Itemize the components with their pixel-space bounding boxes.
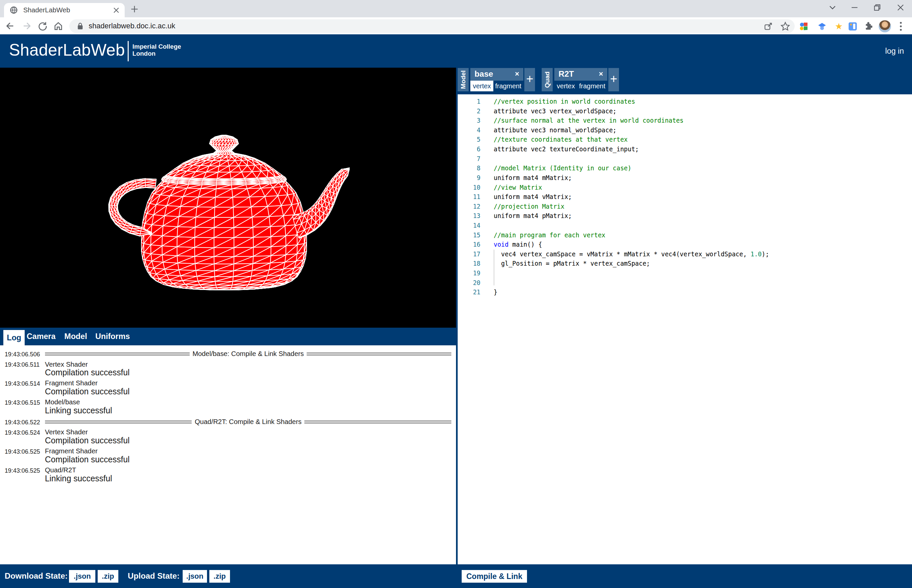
log-timestamp: 19:43:06.524 (5, 428, 45, 445)
browser-tabstrip: ShaderLabWeb (0, 0, 912, 17)
shader-tab-title: base (475, 69, 493, 79)
line-number: 17 (458, 250, 480, 259)
line-number: 14 (458, 221, 480, 231)
subtab-base-fragment[interactable]: fragment (493, 81, 523, 91)
window-chevron-button[interactable] (821, 0, 844, 15)
line-number: 18 (458, 259, 480, 269)
browser-tab[interactable]: ShaderLabWeb (4, 3, 125, 17)
header-divider (128, 41, 128, 61)
log-entry-text: Compilation successful (45, 436, 130, 445)
log-timestamp: 19:43:06.525 (5, 447, 45, 464)
line-number: 7 (458, 154, 480, 164)
code-line: 10//view Matrix (458, 183, 912, 193)
logo-line1: Imperial College (132, 43, 181, 50)
scholar-extension-icon[interactable] (816, 20, 829, 33)
profile-avatar[interactable] (879, 20, 892, 33)
log-entry-text: Linking successful (45, 406, 112, 415)
window-restore-button[interactable] (866, 0, 889, 15)
subtab-r2t-fragment[interactable]: fragment (577, 81, 607, 91)
log-separator-label: Quad/R2T: Compile & Link Shaders (195, 418, 301, 426)
panel-tab-model[interactable]: Model (65, 328, 87, 345)
line-number: 3 (458, 116, 480, 126)
add-shader-button[interactable]: + (609, 68, 619, 92)
line-number: 6 (458, 145, 480, 154)
forward-button[interactable] (21, 20, 33, 32)
add-shader-button[interactable]: + (525, 68, 535, 92)
tab-close-icon[interactable] (112, 6, 120, 15)
bookmark-star-icon[interactable] (779, 20, 792, 33)
panel-tab-camera[interactable]: Camera (27, 328, 56, 345)
download-zip-button[interactable]: .zip (98, 570, 118, 583)
logo-line2: London (132, 50, 181, 57)
webgl-viewport[interactable] (0, 68, 456, 328)
line-number: 13 (458, 211, 480, 221)
shader-tab-base[interactable]: base× (470, 68, 523, 81)
line-number: 1 (458, 97, 480, 107)
code-line: 11uniform mat4 vMatrix; (458, 192, 912, 202)
log-entry-title: Model/base (45, 398, 112, 406)
line-number: 4 (458, 126, 480, 135)
shader-tab-title: R2T (558, 69, 574, 79)
back-button[interactable] (4, 20, 16, 32)
log-timestamp: 19:43:06.506 (5, 350, 45, 358)
url-text: shaderlabweb.doc.ic.ac.uk (89, 22, 175, 30)
code-editor[interactable]: 1//vertex position in world coordinates2… (458, 94, 912, 566)
menu-kebab-icon[interactable] (894, 20, 907, 33)
code-line: 21} (458, 288, 912, 297)
shader-tab-r2t[interactable]: R2T× (554, 68, 607, 81)
download-state-label: Download State: (5, 571, 68, 581)
log-timestamp: 19:43:06.515 (5, 398, 45, 415)
share-icon[interactable] (762, 20, 775, 33)
indent-guide (494, 250, 494, 285)
editor-group-model[interactable]: Model (458, 68, 469, 92)
shader-tab-close-icon[interactable]: × (599, 69, 603, 78)
code-line: 12//projection Matrix (458, 202, 912, 212)
subtab-r2t-vertex[interactable]: vertex (554, 81, 577, 91)
line-number: 2 (458, 107, 480, 116)
lock-icon[interactable] (77, 22, 83, 30)
code-line: 18 gl_Position = pMatrix * vertex_camSpa… (458, 259, 912, 269)
log-content: 19:43:06.506Model/base: Compile & Link S… (0, 345, 456, 566)
home-button[interactable] (52, 20, 65, 32)
reload-button[interactable] (36, 20, 48, 32)
browser-toolbar: shaderlabweb.doc.ic.ac.uk ★ (0, 17, 912, 34)
editor-group-quad[interactable]: Quad (542, 68, 553, 92)
address-bar[interactable]: shaderlabweb.doc.ic.ac.uk (69, 19, 794, 33)
log-entry-title: Fragment Shader (45, 447, 130, 456)
log-separator: 19:43:06.506Model/base: Compile & Link S… (5, 350, 451, 358)
panel-tab-log[interactable]: Log (3, 330, 25, 348)
code-line: 15//main program for each vertex (458, 231, 912, 240)
code-line: 3//surface normal at the vertex in world… (458, 116, 912, 126)
app-header: ShaderLabWeb Imperial College London log… (0, 34, 912, 68)
panel-tab-uniforms[interactable]: Uniforms (95, 328, 130, 345)
panel-tabbar: LogCameraModelUniforms (0, 328, 456, 345)
upload-json-button[interactable]: .json (182, 570, 207, 583)
log-entry-text: Compilation successful (45, 456, 130, 464)
compile-link-button[interactable]: Compile & Link (462, 570, 527, 583)
log-entry-title: Quad/R2T (45, 466, 112, 474)
upload-zip-button[interactable]: .zip (209, 570, 230, 583)
subtab-base-vertex[interactable]: vertex (470, 81, 493, 91)
new-tab-button[interactable] (130, 4, 140, 14)
star-extension-icon[interactable]: ★ (832, 20, 845, 33)
editor-tabstrip: Modelbase×vertexfragment+QuadR2T×vertexf… (458, 68, 912, 94)
line-number: 16 (458, 240, 480, 250)
log-separator-label: Model/base: Compile & Link Shaders (192, 350, 303, 358)
google-extension-icon[interactable] (797, 20, 810, 33)
log-timestamp: 19:43:06.522 (5, 418, 45, 426)
code-line: 5//texture coordinates at that vertex (458, 135, 912, 145)
window-minimize-button[interactable] (844, 0, 866, 15)
code-line: 20 (458, 278, 912, 288)
download-json-button[interactable]: .json (69, 570, 95, 583)
tabs-extension-icon[interactable] (846, 20, 859, 33)
imperial-college-logo: Imperial College London (132, 43, 181, 57)
puzzle-extension-icon[interactable] (862, 20, 875, 33)
shader-tab-close-icon[interactable]: × (515, 69, 519, 78)
window-close-button[interactable] (889, 0, 912, 15)
log-entry: 19:43:06.515Model/baseLinking successful (5, 398, 451, 415)
login-link[interactable]: log in (885, 47, 904, 56)
teapot-canvas[interactable] (0, 68, 456, 328)
code-line: 6attribute vec2 textureCoordinate_input; (458, 145, 912, 154)
line-number: 15 (458, 231, 480, 240)
footer-bar: Download State: .json .zip Upload State:… (0, 564, 912, 588)
